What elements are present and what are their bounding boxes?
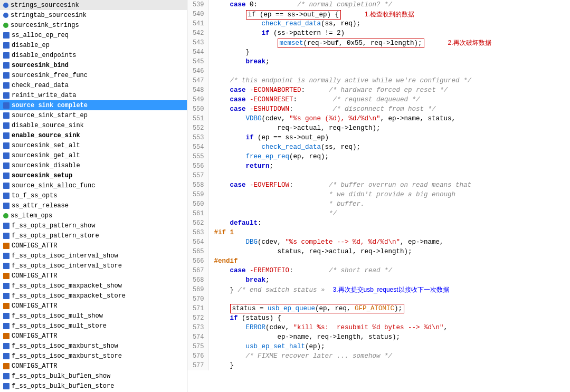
- code-row-549: 549 case -ECONNRESET: /* request dequeue…: [187, 95, 570, 104]
- sidebar-item-enable_source_sink[interactable]: enable_source_sink: [0, 130, 187, 140]
- sidebar-icon-sourcesink_bind: [3, 62, 10, 69]
- line-number-573: 573: [187, 323, 208, 332]
- code-line-560: * buffer.: [208, 199, 570, 209]
- code-line-561: */: [208, 209, 570, 218]
- code-row-539: 539 case 0: /* normal completion? */: [187, 0, 570, 9]
- sidebar-icon-source_sink_complete: [3, 102, 10, 109]
- sidebar-item-sourcesink_bind[interactable]: sourcesink_bind: [0, 60, 187, 70]
- code-line-568: break;: [208, 275, 570, 285]
- sidebar-item-f_ss_opts_isoc_interval_store[interactable]: f_ss_opts_isoc_interval_store: [0, 261, 187, 271]
- sidebar-item-f_ss_opts_pattern_store[interactable]: f_ss_opts_pattern_store: [0, 231, 187, 241]
- sidebar-item-f_ss_opts_isoc_maxpacket_store[interactable]: f_ss_opts_isoc_maxpacket_store: [0, 291, 187, 301]
- sidebar-item-sourcesink_get_alt[interactable]: sourcesink_get_alt: [0, 150, 187, 160]
- code-line-541: check_read_data(ss, req);: [208, 19, 570, 28]
- sidebar-item-check_read_data[interactable]: check_read_data: [0, 80, 187, 90]
- code-line-543: memset(req->buf, 0x55, req->length); 2.再…: [208, 38, 570, 47]
- sidebar-item-to_f_ss_opts[interactable]: to_f_ss_opts: [0, 190, 187, 200]
- code-row-564: 564 DBG(cdev, "%s complete --> %d, %d/%d…: [187, 237, 570, 247]
- line-number-540: 540: [187, 9, 208, 19]
- sidebar-item-disable_source_sink[interactable]: disable_source_sink: [0, 120, 187, 130]
- sidebar-item-source_sink_complete[interactable]: source sink complete: [0, 100, 187, 110]
- code-row-546: 546: [187, 66, 570, 76]
- sidebar-item-sourcesink_strings[interactable]: sourcesink_strings: [0, 20, 187, 30]
- sidebar-item-f_ss_opts_isoc_mult_show[interactable]: f_ss_opts_isoc_mult_show: [0, 311, 187, 321]
- sidebar-item-sourcesink_setup[interactable]: sourcesink_setup: [0, 170, 187, 180]
- code-row-560: 560 * buffer.: [187, 199, 570, 209]
- sidebar-label-disable_endpoints: disable_endpoints: [12, 52, 76, 59]
- sidebar-icon-f_ss_opts_isoc_interval_store: [3, 263, 10, 269]
- sidebar-label-f_ss_opts_isoc_maxpacket_show: f_ss_opts_isoc_maxpacket_show: [12, 282, 122, 290]
- sidebar-label-to_f_ss_opts: to_f_ss_opts: [12, 192, 57, 199]
- sidebar-item-ss_attr_release[interactable]: ss_attr_release: [0, 200, 187, 211]
- line-number-568: 568: [187, 275, 208, 285]
- sidebar-item-f_ss_opts_isoc_maxburst_store[interactable]: f_ss_opts_isoc_maxburst_store: [0, 351, 187, 361]
- sidebar-item-ss_alloc_ep_req[interactable]: ss_alloc_ep_req: [0, 30, 187, 40]
- sidebar-icon-sourcesink_disable: [3, 162, 10, 169]
- sidebar-label-disable_source_sink: disable_source_sink: [12, 122, 84, 129]
- code-area[interactable]: 539 case 0: /* normal completion? */540 …: [187, 0, 570, 392]
- sidebar-icon-stringtab_sourcesink: [3, 13, 8, 18]
- sidebar-item-sourcesink_disable[interactable]: sourcesink_disable: [0, 160, 187, 170]
- sidebar-label-ss_item_ops: ss_item_ops: [11, 212, 52, 219]
- sidebar-label-f_ss_opts_pattern_show: f_ss_opts_pattern_show: [12, 222, 95, 230]
- sidebar-label-sourcesink_strings: sourcesink_strings: [11, 22, 79, 29]
- sidebar-item-sourcesink_free_func[interactable]: sourcesink_free_func: [0, 70, 187, 80]
- code-line-548: case -ECONNABORTED: /* hardware forced e…: [208, 85, 570, 95]
- sidebar-label-CONFIGS_ATTR_4: CONFIGS_ATTR: [12, 332, 57, 340]
- code-row-572: 572 if (status) {: [187, 313, 570, 323]
- sidebar-item-CONFIGS_ATTR_1[interactable]: CONFIGS_ATTR: [0, 241, 187, 251]
- sidebar-icon-CONFIGS_ATTR_4: [3, 333, 10, 339]
- sidebar-item-f_ss_opts_isoc_mult_store[interactable]: f_ss_opts_isoc_mult_store: [0, 321, 187, 331]
- sidebar: strings_sourcesinkstringtab_sourcesinkso…: [0, 0, 187, 392]
- code-row-541: 541 check_read_data(ss, req);: [187, 19, 570, 28]
- code-line-546: [208, 66, 570, 76]
- sidebar-item-strings_sourcesink[interactable]: strings_sourcesink: [0, 0, 187, 10]
- sidebar-icon-CONFIGS_ATTR_1: [3, 243, 10, 249]
- code-row-576: 576 /* FIXME recover later ... somehow *…: [187, 351, 570, 361]
- code-line-557: [208, 171, 570, 180]
- code-row-571: 571 status = usb_ep_queue(ep, req, GFP_A…: [187, 304, 570, 313]
- sidebar-item-f_ss_opts_isoc_maxpacket_show[interactable]: f_ss_opts_isoc_maxpacket_show: [0, 281, 187, 291]
- sidebar-item-CONFIGS_ATTR_4[interactable]: CONFIGS_ATTR: [0, 331, 187, 341]
- sidebar-item-ss_item_ops[interactable]: ss_item_ops: [0, 211, 187, 221]
- sidebar-item-f_ss_opts_bulk_buflen_show[interactable]: f_ss_opts_bulk_buflen_show: [0, 371, 187, 381]
- sidebar-label-CONFIGS_ATTR_5: CONFIGS_ATTR: [12, 362, 57, 370]
- code-row-558: 558 case -EOVERFLOW: /* buffer overrun o…: [187, 180, 570, 190]
- sidebar-item-f_ss_opts_pattern_show[interactable]: f_ss_opts_pattern_show: [0, 221, 187, 231]
- sidebar-item-f_ss_opts_bulk_buflen_store[interactable]: f_ss_opts_bulk_buflen_store: [0, 381, 187, 391]
- sidebar-icon-f_ss_opts_isoc_mult_store: [3, 323, 10, 329]
- code-line-542: if (ss->pattern != 2): [208, 28, 570, 38]
- code-row-574: 574 ep->name, req->length, status);: [187, 332, 570, 342]
- sidebar-item-source_sink_start_ep[interactable]: source_sink_start_ep: [0, 110, 187, 120]
- sidebar-label-f_ss_opts_bulk_buflen_store: f_ss_opts_bulk_buflen_store: [12, 383, 114, 390]
- sidebar-item-stringtab_sourcesink[interactable]: stringtab_sourcesink: [0, 10, 187, 20]
- sidebar-icon-disable_source_sink: [3, 122, 10, 129]
- sidebar-icon-ss_alloc_ep_req: [3, 32, 10, 39]
- sidebar-item-sourcesink_set_alt[interactable]: sourcesink_set_alt: [0, 140, 187, 150]
- sidebar-item-disable_ep[interactable]: disable_ep: [0, 40, 187, 50]
- sidebar-item-f_ss_opts_isoc_interval_show[interactable]: f_ss_opts_isoc_interval_show: [0, 251, 187, 261]
- sidebar-label-CONFIGS_ATTR_2: CONFIGS_ATTR: [12, 272, 57, 280]
- code-line-552: req->actual, req->length);: [208, 123, 570, 133]
- code-line-570: [208, 294, 570, 304]
- sidebar-label-f_ss_opts_isoc_mult_show: f_ss_opts_isoc_mult_show: [12, 312, 103, 320]
- sidebar-item-disable_endpoints[interactable]: disable_endpoints: [0, 50, 187, 60]
- sidebar-icon-sourcesink_free_func: [3, 72, 10, 79]
- sidebar-item-reinit_write_data[interactable]: reinit_write_data: [0, 90, 187, 100]
- line-number-563: 563: [187, 228, 208, 237]
- code-line-575: usb_ep_set_halt(ep);: [208, 342, 570, 351]
- code-line-558: case -EOVERFLOW: /* buffer overrun on re…: [208, 180, 570, 190]
- sidebar-item-CONFIGS_ATTR_5[interactable]: CONFIGS_ATTR: [0, 361, 187, 371]
- line-number-550: 550: [187, 104, 208, 114]
- sidebar-item-CONFIGS_ATTR_3[interactable]: CONFIGS_ATTR: [0, 301, 187, 311]
- sidebar-icon-f_ss_opts_pattern_store: [3, 233, 10, 239]
- sidebar-item-f_ss_opts_isoc_maxburst_show[interactable]: f_ss_opts_isoc_maxburst_show: [0, 341, 187, 351]
- line-number-574: 574: [187, 332, 208, 342]
- sidebar-item-source_sink_alloc_func[interactable]: source_sink_alloc_func: [0, 180, 187, 190]
- sidebar-icon-f_ss_opts_isoc_maxpacket_show: [3, 283, 10, 289]
- code-line-545: break;: [208, 57, 570, 66]
- code-row-550: 550 case -ESHUTDOWN: /* disconnect from …: [187, 104, 570, 114]
- sidebar-item-CONFIGS_ATTR_2[interactable]: CONFIGS_ATTR: [0, 271, 187, 281]
- code-row-553: 553 if (ep == ss->out_ep): [187, 133, 570, 142]
- sidebar-icon-f_ss_opts_pattern_show: [3, 223, 10, 229]
